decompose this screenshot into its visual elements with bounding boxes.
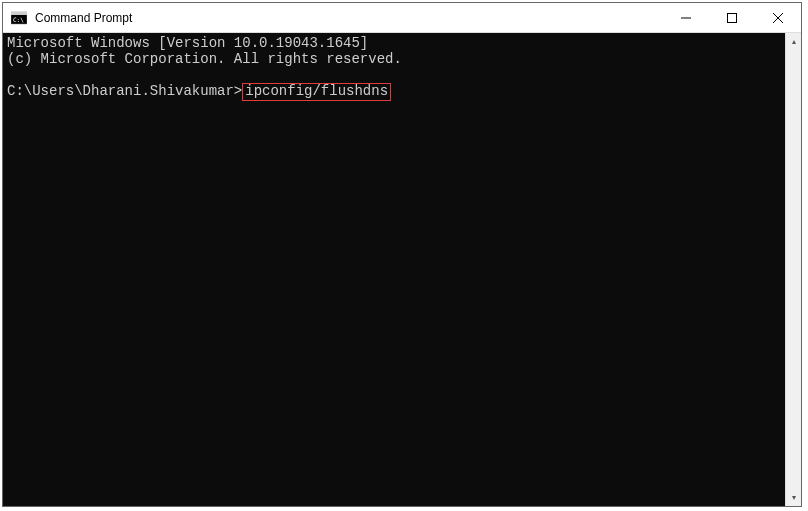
- command-highlight: ipconfig/flushdns: [242, 83, 391, 101]
- titlebar[interactable]: C:\ Command Prompt: [3, 3, 801, 33]
- close-button[interactable]: [755, 3, 801, 32]
- terminal-output[interactable]: Microsoft Windows [Version 10.0.19043.16…: [3, 33, 785, 506]
- scroll-down-button[interactable]: ▾: [786, 489, 801, 506]
- minimize-button[interactable]: [663, 3, 709, 32]
- command-text: ipconfig/flushdns: [245, 83, 388, 99]
- vertical-scrollbar[interactable]: ▴ ▾: [785, 33, 801, 506]
- scroll-track[interactable]: [786, 50, 801, 489]
- svg-rect-1: [11, 12, 27, 15]
- scroll-up-button[interactable]: ▴: [786, 33, 801, 50]
- svg-rect-4: [728, 13, 737, 22]
- window-title: Command Prompt: [35, 11, 663, 25]
- content-area: Microsoft Windows [Version 10.0.19043.16…: [3, 33, 801, 506]
- copyright-line: (c) Microsoft Corporation. All rights re…: [7, 51, 402, 67]
- maximize-button[interactable]: [709, 3, 755, 32]
- svg-text:C:\: C:\: [13, 16, 24, 23]
- window-controls: [663, 3, 801, 32]
- cmd-icon: C:\: [11, 10, 27, 26]
- version-line: Microsoft Windows [Version 10.0.19043.16…: [7, 35, 368, 51]
- command-prompt-window: C:\ Command Prompt Microsoft Windows [Ve…: [2, 2, 802, 507]
- prompt-text: C:\Users\Dharani.Shivakumar>: [7, 83, 242, 99]
